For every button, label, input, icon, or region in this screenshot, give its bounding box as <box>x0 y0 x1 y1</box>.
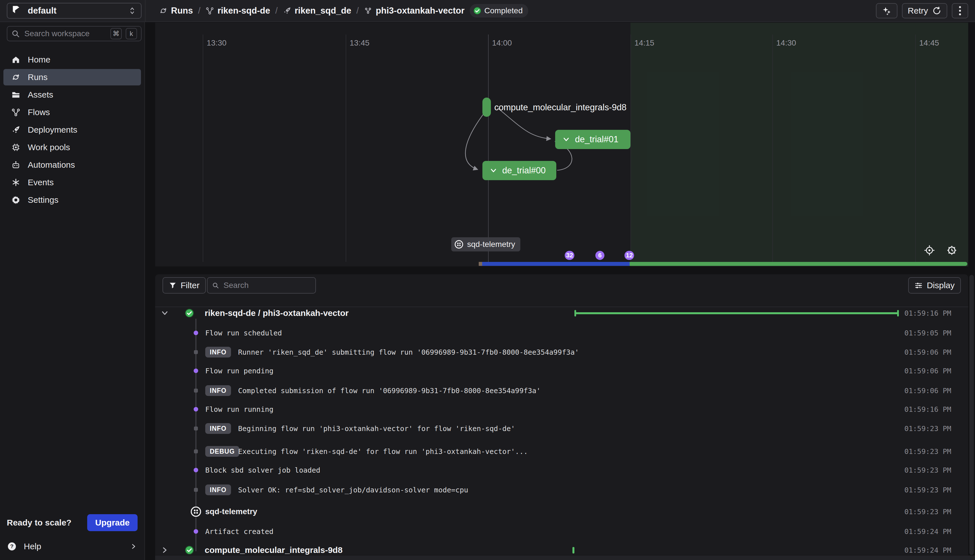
telemetry-chip[interactable]: sqd-telemetry <box>451 237 520 252</box>
breadcrumb-separator: / <box>198 6 201 16</box>
workspace-search-input[interactable] <box>24 29 107 38</box>
sidebar-item-deployments[interactable]: Deployments <box>3 122 141 138</box>
upsell-row: Ready to scale? Upgrade <box>7 513 137 532</box>
chevron-right-toggle[interactable] <box>160 545 169 555</box>
state-event-dot <box>194 331 198 335</box>
event-row-log: INFOBeginning flow run 'phi3-oxtankah-ve… <box>155 419 968 438</box>
event-count-bubble[interactable]: 12 <box>624 251 634 260</box>
help-button[interactable]: ? Help <box>7 538 137 555</box>
log-level-badge: DEBUG <box>205 446 239 457</box>
event-row-state: Flow run pending01:59:06 PM <box>155 361 968 380</box>
duration-bar <box>574 312 899 314</box>
sidebar-item-work-pools[interactable]: Work pools <box>3 139 141 155</box>
sidebar-item-home[interactable]: Home <box>3 52 141 68</box>
sidebar-item-settings[interactable]: Settings <box>3 192 141 208</box>
log-event-marker <box>194 449 198 453</box>
node-de-trial-00[interactable]: de_trial#00 <box>482 161 556 180</box>
event-timestamp: 01:59:23 PM <box>904 466 951 474</box>
log-level-badge: INFO <box>205 347 231 357</box>
log-message: Runner 'riken_sqd_de' submitting flow ru… <box>238 348 579 357</box>
sidebar-item-label: Automations <box>28 160 75 170</box>
retry-button[interactable]: Retry <box>902 3 947 18</box>
timeline-panel[interactable]: 13:3013:4514:0014:1514:3014:45 compute_m… <box>155 23 968 267</box>
app-root: default Runs/ riken-sqd-de/ riken_sqd_de… <box>0 0 975 560</box>
timeline-minimap[interactable] <box>155 262 968 266</box>
events-search-input[interactable] <box>223 280 311 290</box>
block-icon <box>454 240 464 249</box>
workspace-name: default <box>28 6 123 16</box>
events-search[interactable] <box>207 277 316 293</box>
state-event-dot <box>194 407 198 412</box>
event-row-state: Flow run running01:59:16 PM <box>155 400 968 419</box>
vertical-scrollbar[interactable] <box>969 275 974 555</box>
root-task-bar[interactable] <box>482 98 491 117</box>
node-de-trial-01[interactable]: de_trial#01 <box>555 130 630 149</box>
timeline-settings-button[interactable] <box>946 245 957 256</box>
log-message: Completed submission of flow run '069969… <box>238 387 541 395</box>
breadcrumb-item-riken_sqd_de[interactable]: riken_sqd_de <box>283 6 351 16</box>
horizontal-scrollbar[interactable] <box>155 555 975 560</box>
sidebar-item-flows[interactable]: Flows <box>3 104 141 120</box>
ai-sparkles-button[interactable] <box>876 3 897 18</box>
breadcrumb-item-riken-sqd-de[interactable]: riken-sqd-de <box>206 6 270 16</box>
run-title[interactable]: compute_molecular_integrals-9d8 <box>205 545 343 555</box>
search-icon <box>212 282 219 289</box>
sidebar-item-assets[interactable]: Assets <box>3 87 141 103</box>
event-row-state: Flow run scheduled01:59:05 PM <box>155 323 968 343</box>
breadcrumb-item-runs[interactable]: Runs <box>159 6 193 16</box>
sidebar-item-runs[interactable]: Runs <box>3 69 141 85</box>
state-event-dot <box>194 468 198 472</box>
event-timestamp: 01:59:06 PM <box>904 367 951 375</box>
sidebar: ⌘ k Home Runs Assets Flows Deployments W… <box>0 22 145 560</box>
event-row-log: DEBUGExecuting flow 'riken-sqd-de' for f… <box>155 442 968 461</box>
sidebar-nav: Home Runs Assets Flows Deployments Work … <box>0 50 144 209</box>
sidebar-item-label: Runs <box>28 72 48 82</box>
chevron-down-toggle[interactable] <box>160 308 169 318</box>
upgrade-button[interactable]: Upgrade <box>87 514 137 531</box>
events-panel: Filter Display riken-sqd-de / phi3-oxtan… <box>155 274 968 555</box>
chip-icon <box>11 143 20 152</box>
breadcrumb-label: riken_sqd_de <box>295 6 351 16</box>
kebab-menu-icon <box>958 6 962 15</box>
sidebar-item-label: Work pools <box>28 143 70 152</box>
state-event-text: Flow run scheduled <box>205 329 282 337</box>
gear-icon <box>11 195 20 205</box>
top-bar-actions: Retry <box>876 3 968 18</box>
sidebar-item-label: Assets <box>28 90 53 100</box>
breadcrumb-item-phi3-oxtankah-vector[interactable]: phi3-oxtankah-vector <box>364 6 465 16</box>
sidebar-item-label: Home <box>28 55 50 65</box>
event-row-flow: riken-sqd-de / phi3-oxtankah-vector01:59… <box>155 303 968 323</box>
more-options-button[interactable] <box>952 3 968 18</box>
display-button[interactable]: Display <box>908 277 961 293</box>
top-bar: default Runs/ riken-sqd-de/ riken_sqd_de… <box>0 0 975 22</box>
workspace-search[interactable]: ⌘ k <box>7 26 142 41</box>
filter-button[interactable]: Filter <box>162 277 206 293</box>
workspace-selector[interactable]: default <box>7 3 142 19</box>
event-count-bubble[interactable]: 6 <box>595 251 604 260</box>
gear-icon <box>946 245 957 256</box>
recenter-button[interactable] <box>924 245 935 256</box>
state-event-text: Flow run running <box>205 405 273 413</box>
flow-run-icon <box>364 7 372 15</box>
event-row-state: Block sbd solver job loaded01:59:23 PM <box>155 460 968 480</box>
refresh-icon <box>932 6 942 15</box>
event-timestamp: 01:59:23 PM <box>904 425 951 433</box>
event-timestamp: 01:59:06 PM <box>904 348 951 357</box>
chevron-down-icon <box>562 135 570 144</box>
robot-icon <box>11 160 20 169</box>
log-event-marker <box>194 388 198 393</box>
log-event-marker <box>194 350 198 354</box>
event-timestamp: 01:59:06 PM <box>904 387 951 395</box>
sidebar-item-label: Flows <box>28 107 50 117</box>
event-count-bubble[interactable]: 32 <box>565 251 574 260</box>
run-title[interactable]: riken-sqd-de / phi3-oxtankah-vector <box>205 308 348 318</box>
root-task-label: compute_molecular_integrals-9d8 <box>494 102 627 113</box>
sidebar-item-events[interactable]: Events <box>3 174 141 191</box>
log-message: Executing flow 'riken-sqd-de' for flow r… <box>238 447 528 456</box>
event-timestamp: 01:59:16 PM <box>904 309 951 317</box>
crosshair-icon <box>924 245 935 256</box>
sidebar-item-automations[interactable]: Automations <box>3 157 141 173</box>
block-name[interactable]: sqd-telemetry <box>205 507 258 516</box>
event-row-log: INFOCompleted submission of flow run '06… <box>155 381 968 400</box>
sidebar-item-label: Events <box>28 178 54 187</box>
